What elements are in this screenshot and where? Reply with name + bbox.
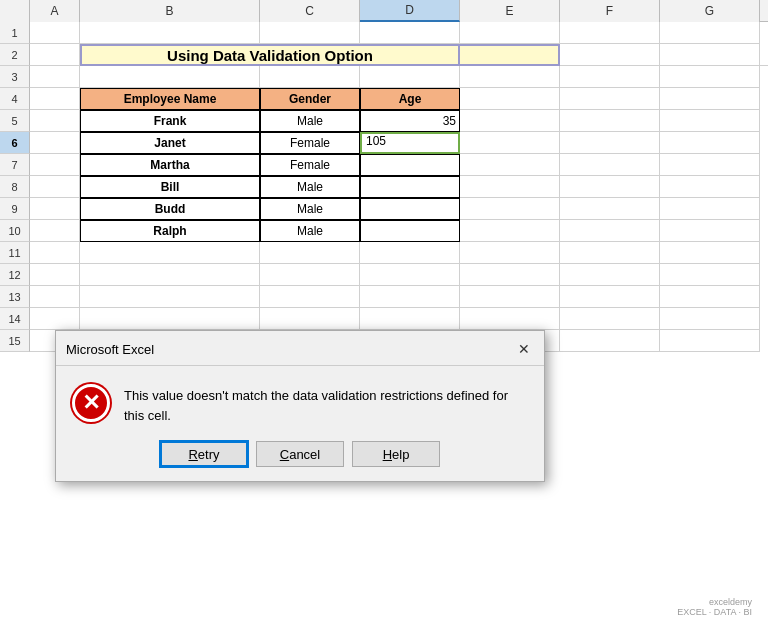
dialog-help-button[interactable]: Help — [352, 441, 440, 467]
cell-e4[interactable] — [460, 88, 560, 110]
cell-d12[interactable] — [360, 264, 460, 286]
cell-a11[interactable] — [30, 242, 80, 264]
cell-g7[interactable] — [660, 154, 760, 176]
cell-d4-header[interactable]: Age — [360, 88, 460, 110]
cell-c9[interactable]: Male — [260, 198, 360, 220]
cell-b5[interactable]: Frank — [80, 110, 260, 132]
cell-e1[interactable] — [460, 22, 560, 44]
cell-d3[interactable] — [360, 66, 460, 88]
cell-b11[interactable] — [80, 242, 260, 264]
cell-f5[interactable] — [560, 110, 660, 132]
col-header-g[interactable]: G — [660, 0, 760, 22]
cell-f8[interactable] — [560, 176, 660, 198]
col-header-a[interactable]: A — [30, 0, 80, 22]
cell-f4[interactable] — [560, 88, 660, 110]
cell-c7[interactable]: Female — [260, 154, 360, 176]
cell-e8[interactable] — [460, 176, 560, 198]
row-header-9[interactable]: 9 — [0, 198, 30, 220]
cell-c5[interactable]: Male — [260, 110, 360, 132]
cell-e7[interactable] — [460, 154, 560, 176]
cell-g2[interactable] — [760, 44, 768, 66]
cell-b4-header[interactable]: Employee Name — [80, 88, 260, 110]
cell-g12[interactable] — [660, 264, 760, 286]
cell-a1[interactable] — [30, 22, 80, 44]
cell-g6[interactable] — [660, 132, 760, 154]
cell-f12[interactable] — [560, 264, 660, 286]
cell-e6[interactable] — [460, 132, 560, 154]
cell-c12[interactable] — [260, 264, 360, 286]
cell-f6[interactable] — [560, 132, 660, 154]
cell-f14[interactable] — [560, 308, 660, 330]
cell-f1[interactable] — [560, 22, 660, 44]
cell-c14[interactable] — [260, 308, 360, 330]
cell-e2[interactable] — [560, 44, 660, 66]
dialog-cancel-button[interactable]: Cancel — [256, 441, 344, 467]
cell-c10[interactable]: Male — [260, 220, 360, 242]
cell-g10[interactable] — [660, 220, 760, 242]
cell-f9[interactable] — [560, 198, 660, 220]
col-header-b[interactable]: B — [80, 0, 260, 22]
row-header-2[interactable]: 2 — [0, 44, 30, 66]
col-header-d[interactable]: D — [360, 0, 460, 22]
cell-b7[interactable]: Martha — [80, 154, 260, 176]
cell-f13[interactable] — [560, 286, 660, 308]
cell-c6[interactable]: Female — [260, 132, 360, 154]
cell-a5[interactable] — [30, 110, 80, 132]
cell-d8[interactable] — [360, 176, 460, 198]
cell-b6[interactable]: Janet — [80, 132, 260, 154]
col-header-e[interactable]: E — [460, 0, 560, 22]
cell-a13[interactable] — [30, 286, 80, 308]
cell-f11[interactable] — [560, 242, 660, 264]
cell-g8[interactable] — [660, 176, 760, 198]
cell-a7[interactable] — [30, 154, 80, 176]
row-header-6[interactable]: 6 — [0, 132, 30, 154]
cell-d5[interactable]: 35 — [360, 110, 460, 132]
cell-c8[interactable]: Male — [260, 176, 360, 198]
cell-d1[interactable] — [360, 22, 460, 44]
cell-e14[interactable] — [460, 308, 560, 330]
row-header-8[interactable]: 8 — [0, 176, 30, 198]
row-header-5[interactable]: 5 — [0, 110, 30, 132]
cell-c4-header[interactable]: Gender — [260, 88, 360, 110]
row-header-3[interactable]: 3 — [0, 66, 30, 88]
cell-g3[interactable] — [660, 66, 760, 88]
cell-e12[interactable] — [460, 264, 560, 286]
cell-f3[interactable] — [560, 66, 660, 88]
cell-g13[interactable] — [660, 286, 760, 308]
cell-a3[interactable] — [30, 66, 80, 88]
cell-f15[interactable] — [560, 330, 660, 352]
row-header-1[interactable]: 1 — [0, 22, 30, 44]
row-header-13[interactable]: 13 — [0, 286, 30, 308]
cell-a8[interactable] — [30, 176, 80, 198]
cell-g15[interactable] — [660, 330, 760, 352]
cell-a14[interactable] — [30, 308, 80, 330]
cell-e11[interactable] — [460, 242, 560, 264]
cell-a12[interactable] — [30, 264, 80, 286]
cell-b2-title[interactable]: Using Data Validation Option — [80, 44, 460, 66]
col-header-f[interactable]: F — [560, 0, 660, 22]
cell-d9[interactable] — [360, 198, 460, 220]
row-header-11[interactable]: 11 — [0, 242, 30, 264]
row-header-14[interactable]: 14 — [0, 308, 30, 330]
col-header-c[interactable]: C — [260, 0, 360, 22]
cell-b13[interactable] — [80, 286, 260, 308]
cell-d2[interactable] — [460, 44, 560, 66]
cell-e3[interactable] — [460, 66, 560, 88]
cell-b8[interactable]: Bill — [80, 176, 260, 198]
cell-g14[interactable] — [660, 308, 760, 330]
cell-g9[interactable] — [660, 198, 760, 220]
row-header-15[interactable]: 15 — [0, 330, 30, 352]
cell-c11[interactable] — [260, 242, 360, 264]
cell-f2[interactable] — [660, 44, 760, 66]
cell-a2[interactable] — [30, 44, 80, 66]
cell-a9[interactable] — [30, 198, 80, 220]
cell-d11[interactable] — [360, 242, 460, 264]
cell-g4[interactable] — [660, 88, 760, 110]
cell-d7[interactable] — [360, 154, 460, 176]
cell-b3[interactable] — [80, 66, 260, 88]
cell-c13[interactable] — [260, 286, 360, 308]
cell-b14[interactable] — [80, 308, 260, 330]
cell-g5[interactable] — [660, 110, 760, 132]
row-header-10[interactable]: 10 — [0, 220, 30, 242]
cell-a10[interactable] — [30, 220, 80, 242]
